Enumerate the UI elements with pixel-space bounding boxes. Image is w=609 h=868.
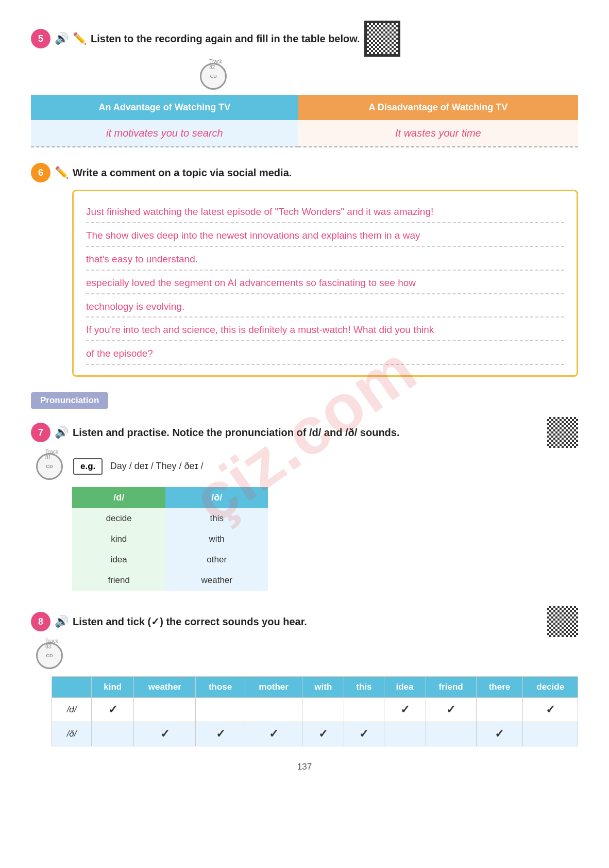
tick-header-mother: mother: [245, 677, 302, 698]
d-weather: [134, 698, 196, 722]
th-word-3: other: [165, 549, 268, 570]
th-weather: ✓: [134, 722, 196, 746]
th-those: ✓: [196, 722, 245, 746]
track-83-label: Track 83: [45, 638, 63, 649]
pronunciation-badge: Pronunciation: [31, 392, 108, 409]
phonetics-col1-header: /d/: [72, 487, 165, 508]
tick-header-with: with: [302, 677, 344, 698]
section-5-instruction: Listen to the recording again and fill i…: [91, 33, 360, 45]
comment-text: Just finished watching the latest episod…: [86, 202, 564, 365]
d-word-2: kind: [72, 529, 165, 549]
advantage-cell: it motivates you to search: [31, 120, 298, 147]
comment-line-6: If you're into tech and science, this is…: [86, 320, 564, 341]
comment-line-4: especially loved the segment on AI advan…: [86, 273, 564, 294]
tick-header-empty: [52, 677, 92, 698]
qr-code-7: [547, 417, 578, 448]
eg-example: Day / deɪ / They / ðeɪ /: [110, 461, 204, 471]
th-idea: [384, 722, 426, 746]
tick-header-decide: decide: [523, 677, 578, 698]
phonetics-row-3: idea other: [72, 549, 268, 570]
section-5: 5 🔊 ✏️ Listen to the recording again and…: [31, 21, 578, 147]
tick-row-th: /ð/ ✓ ✓ ✓ ✓ ✓ ✓: [52, 722, 578, 746]
phonetics-row-2: kind with: [72, 529, 268, 549]
d-word-1: decide: [72, 508, 165, 529]
row-d-label: /d/: [52, 698, 92, 722]
col1-header: An Advantage of Watching TV: [31, 95, 298, 120]
d-this: [344, 698, 384, 722]
th-kind: [92, 722, 134, 746]
tick-header-there: there: [476, 677, 523, 698]
col2-header: A Disadvantage of Watching TV: [298, 95, 578, 120]
th-with: ✓: [302, 722, 344, 746]
comment-line-2: The show dives deep into the newest inno…: [86, 225, 564, 247]
qr-code-5: [364, 21, 400, 57]
d-there: [476, 698, 523, 722]
tick-header-this: this: [344, 677, 384, 698]
th-there: ✓: [476, 722, 523, 746]
tick-header-those: those: [196, 677, 245, 698]
section-8: 8 🔊 Listen and tick (✓) the correct soun…: [31, 606, 578, 746]
tick-table: kind weather those mother with this idea…: [52, 676, 578, 746]
th-word-1: this: [165, 508, 268, 529]
phonetics-col2-header: /ð/: [165, 487, 268, 508]
th-word-2: with: [165, 529, 268, 549]
d-mother: [245, 698, 302, 722]
tick-header-idea: idea: [384, 677, 426, 698]
section-5-number: 5: [31, 29, 50, 48]
th-friend: [426, 722, 476, 746]
qr-code-8: [547, 606, 578, 637]
tick-header-friend: friend: [426, 677, 476, 698]
phonetics-row-4: friend weather: [72, 570, 268, 591]
comment-line-1: Just finished watching the latest episod…: [86, 202, 564, 223]
speaker-icon-8: 🔊: [55, 615, 69, 628]
section-7-number: 7: [31, 423, 50, 442]
d-decide: ✓: [523, 698, 578, 722]
section-7-instruction: Listen and practise. Notice the pronunci…: [73, 427, 543, 439]
page-number: 137: [31, 762, 578, 772]
th-decide: [523, 722, 578, 746]
disadvantage-cell: It wastes your time: [298, 120, 578, 147]
section-6-instruction: Write a comment on a topic via social me…: [73, 167, 578, 179]
section-7: 7 🔊 Listen and practise. Notice the pron…: [31, 417, 578, 591]
th-word-4: weather: [165, 570, 268, 591]
d-those: [196, 698, 245, 722]
comment-box: Just finished watching the latest episod…: [72, 190, 578, 377]
th-this: ✓: [344, 722, 384, 746]
d-idea: ✓: [384, 698, 426, 722]
phonetics-row-1: decide this: [72, 508, 268, 529]
eg-label: e.g.: [73, 458, 103, 475]
d-word-4: friend: [72, 570, 165, 591]
row-th-label: /ð/: [52, 722, 92, 746]
d-with: [302, 698, 344, 722]
section-6: 6 ✏️ Write a comment on a topic via soci…: [31, 163, 578, 377]
pencil-icon-6: ✏️: [55, 166, 69, 179]
phonetics-table: /d/ /ð/ decide this kind with idea: [72, 487, 268, 591]
comment-line-5: technology is evolving.: [86, 296, 564, 318]
tick-header-weather: weather: [134, 677, 196, 698]
d-word-3: idea: [72, 549, 165, 570]
section-8-instruction: Listen and tick (✓) the correct sounds y…: [73, 615, 543, 628]
section-6-number: 6: [31, 163, 50, 182]
tick-header-kind: kind: [92, 677, 134, 698]
pencil-icon: ✏️: [73, 32, 87, 45]
th-mother: ✓: [245, 722, 302, 746]
speaker-icon: 🔊: [55, 32, 69, 45]
d-kind: ✓: [92, 698, 134, 722]
d-friend: ✓: [426, 698, 476, 722]
comment-line-3: that's easy to understand.: [86, 249, 564, 271]
speaker-icon-7: 🔊: [55, 426, 69, 439]
pronunciation-section: Pronunciation 7 🔊 Listen and practise. N…: [31, 392, 578, 591]
track-81-label: Track 81: [45, 449, 63, 460]
tick-row-d: /d/ ✓ ✓ ✓ ✓: [52, 698, 578, 722]
section-8-number: 8: [31, 612, 50, 631]
advantage-table: An Advantage of Watching TV A Disadvanta…: [31, 95, 578, 147]
track-82-label: Track 82: [209, 59, 227, 70]
comment-line-7: of the episode?: [86, 343, 564, 365]
